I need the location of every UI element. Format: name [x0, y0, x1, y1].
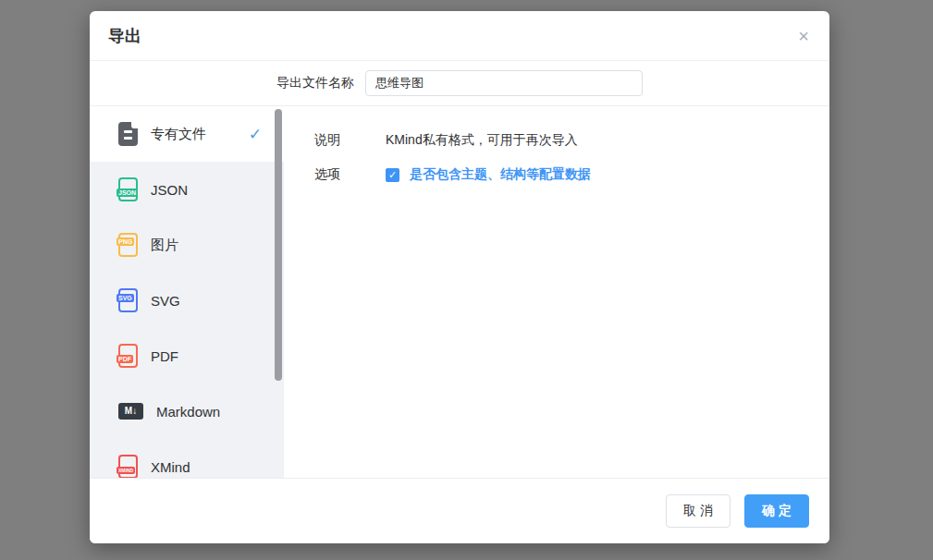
sidebar-item-proprietary-file[interactable]: 专有文件 ✓ — [90, 106, 284, 162]
filename-label: 导出文件名称 — [276, 75, 354, 91]
sidebar-item-svg[interactable]: SVG SVG — [90, 273, 284, 328]
dialog-footer: 取消 确定 — [90, 478, 829, 543]
proprietary-file-icon — [118, 122, 138, 146]
sidebar-item-label: 图片 — [151, 237, 178, 254]
sidebar-item-image[interactable]: PNG 图片 — [90, 217, 284, 273]
include-config-checkbox[interactable]: ✓ — [386, 168, 399, 182]
format-detail-pane: 说明 KMind私有格式，可用于再次导入 选项 ✓ 是否包含主题、结构等配置数据 — [284, 106, 829, 478]
sidebar-item-json[interactable]: JSON JSON — [90, 162, 284, 217]
options-row: 选项 ✓ 是否包含主题、结构等配置数据 — [314, 166, 829, 183]
sidebar-item-label: 专有文件 — [151, 126, 206, 143]
confirm-button[interactable]: 确定 — [744, 494, 809, 528]
export-dialog: 导出 × 导出文件名称 专有文件 ✓ JSON JSON — [90, 11, 829, 543]
sidebar-item-label: Markdown — [156, 404, 220, 420]
svg-file-icon: SVG — [118, 288, 138, 312]
filename-row: 导出文件名称 — [90, 61, 829, 106]
description-label: 说明 — [314, 132, 356, 149]
sidebar-scrollbar-thumb[interactable] — [275, 109, 282, 381]
cancel-button[interactable]: 取消 — [666, 494, 730, 528]
format-sidebar: 专有文件 ✓ JSON JSON PNG 图片 SVG SVG PDF — [90, 106, 284, 478]
pdf-file-icon: PDF — [118, 344, 138, 368]
xmind-file-icon: XMIND — [118, 455, 138, 478]
dialog-title: 导出 — [108, 25, 141, 47]
description-value: KMind私有格式，可用于再次导入 — [386, 132, 578, 149]
dialog-body: 专有文件 ✓ JSON JSON PNG 图片 SVG SVG PDF — [90, 106, 829, 478]
sidebar-item-label: XMind — [151, 459, 190, 475]
sidebar-item-pdf[interactable]: PDF PDF — [90, 328, 284, 383]
selected-check-icon: ✓ — [249, 125, 262, 144]
png-image-icon: PNG — [118, 233, 138, 257]
description-row: 说明 KMind私有格式，可用于再次导入 — [314, 132, 829, 149]
sidebar-item-label: JSON — [151, 182, 188, 198]
dialog-header: 导出 × — [90, 11, 829, 61]
close-icon[interactable]: × — [796, 25, 811, 47]
json-file-icon: JSON — [118, 177, 138, 201]
sidebar-item-xmind[interactable]: XMIND XMind — [90, 439, 284, 478]
sidebar-item-label: PDF — [151, 348, 178, 364]
options-label: 选项 — [314, 166, 356, 183]
sidebar-item-markdown[interactable]: M↓ Markdown — [90, 383, 284, 439]
filename-input[interactable] — [365, 70, 643, 96]
markdown-icon: M↓ — [118, 403, 143, 420]
include-config-label[interactable]: 是否包含主题、结构等配置数据 — [410, 166, 591, 183]
sidebar-item-label: SVG — [151, 293, 180, 309]
gray-overlay-background: 导出 × 导出文件名称 专有文件 ✓ JSON JSON — [0, 0, 933, 560]
